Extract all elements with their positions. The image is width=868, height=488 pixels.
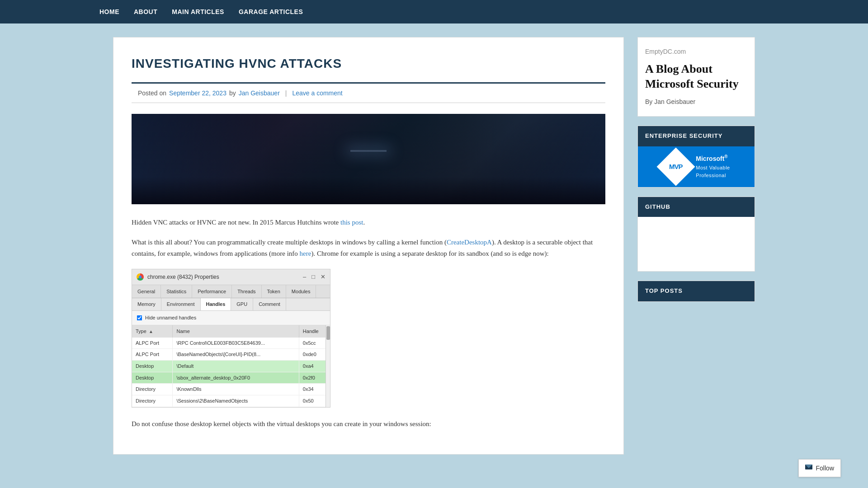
chrome-icon xyxy=(137,273,144,281)
enterprise-security-header: ENTERPRISE SECURITY xyxy=(638,126,755,146)
blog-author: By Jan Geisbauer xyxy=(645,97,747,107)
table-row: Directory \KnownDlls 0x34 xyxy=(132,384,330,395)
follow-label: Follow xyxy=(816,463,834,469)
sidebar-top-posts-card: TOP POSTS xyxy=(637,281,755,302)
follow-svg-icon xyxy=(805,465,812,468)
here-link[interactable]: here xyxy=(300,250,311,257)
ss-subtab-memory[interactable]: Memory xyxy=(132,298,161,310)
body-paragraph-3: Do not confuse those desktop kernel obje… xyxy=(132,418,605,430)
cell-name: \RPC Control\OLE003FB03C5E84639... xyxy=(173,338,299,349)
microsoft-label: Microsoft® xyxy=(696,153,727,164)
hide-unnamed-checkbox[interactable] xyxy=(137,315,142,321)
ss-subtab-handles[interactable]: Handles xyxy=(201,298,231,310)
cell-name: \Default xyxy=(173,360,299,372)
article-date[interactable]: September 22, 2023 xyxy=(169,88,226,98)
cell-name: \KnownDlls xyxy=(173,384,299,395)
follow-button[interactable]: Follow xyxy=(798,459,841,469)
sidebar-blog-card: EmptyDC.com A Blog About Microsoft Secur… xyxy=(637,37,755,117)
ss-subtab-environment[interactable]: Environment xyxy=(161,298,201,310)
ss-titlebar-text: chrome.exe (8432) Properties xyxy=(147,272,219,282)
ss-titlebar-controls[interactable]: – □ ✕ xyxy=(303,272,326,282)
minimize-icon[interactable]: – xyxy=(303,272,306,282)
ss-checkbox-row: Hide unnamed handles xyxy=(132,311,330,325)
scroll-thumb[interactable] xyxy=(326,326,330,340)
nav-main-articles[interactable]: MAIN ARTICLES xyxy=(172,0,224,24)
ss-titlebar-left: chrome.exe (8432) Properties xyxy=(137,272,219,282)
cell-type: Directory xyxy=(132,384,173,395)
table-row-desktop-sbox: Desktop \sbox_alternate_desktop_0x20F0 0… xyxy=(132,372,330,384)
main-nav: HOME ABOUT MAIN ARTICLES GARAGE ARTICLES xyxy=(0,0,868,23)
cell-name: \BaseNamedObjects\[CoreUI]-PID(8... xyxy=(173,349,299,361)
col-name[interactable]: Name xyxy=(173,325,299,338)
table-row: ALPC Port \RPC Control\OLE003FB03C5E8463… xyxy=(132,338,330,349)
mvp-text-block: Microsoft® Most Valuable Professional xyxy=(696,153,730,179)
tunnel-overlay xyxy=(132,114,605,204)
sidebar: EmptyDC.com A Blog About Microsoft Secur… xyxy=(637,37,755,311)
hide-unnamed-label: Hide unnamed handles xyxy=(145,314,196,322)
sidebar-blog-body: EmptyDC.com A Blog About Microsoft Secur… xyxy=(638,38,755,116)
article-body: Hidden VNC attacks or HVNC are not new. … xyxy=(132,217,605,430)
enterprise-security-body: MVP Microsoft® Most Valuable Professiona… xyxy=(638,146,755,187)
scrollbar[interactable] xyxy=(326,325,330,407)
table-row: ALPC Port \BaseNamedObjects\[CoreUI]-PID… xyxy=(132,349,330,361)
ss-sub-tabs: Memory Environment Handles GPU Comment xyxy=(132,298,330,311)
this-post-link[interactable]: this post xyxy=(340,219,363,226)
cell-type: Directory xyxy=(132,395,173,407)
create-desktop-link[interactable]: CreateDesktopA xyxy=(447,239,492,246)
table-row-desktop-default: Desktop \Default 0xa4 xyxy=(132,360,330,372)
follow-icon xyxy=(805,465,812,468)
professional-label: Professional xyxy=(696,172,726,180)
ss-tab-threads[interactable]: Threads xyxy=(232,285,261,298)
cell-name: \sbox_alternate_desktop_0x20F0 xyxy=(173,372,299,384)
ss-tab-modules[interactable]: Modules xyxy=(286,285,316,298)
github-body xyxy=(638,217,755,271)
mvp-diamond: MVP xyxy=(657,147,695,186)
meta-separator: | xyxy=(285,88,287,98)
body-p2-end: ). Chrome for example is using a separat… xyxy=(311,250,548,257)
ss-subtab-gpu[interactable]: GPU xyxy=(231,298,253,310)
main-content-area: INVESTIGATING HVNC ATTACKS Posted on Sep… xyxy=(113,37,624,455)
ss-tab-performance[interactable]: Performance xyxy=(192,285,232,298)
site-name: EmptyDC.com xyxy=(645,47,747,56)
github-header: GITHUB xyxy=(638,197,755,217)
mvp-badge: MVP Microsoft® Most Valuable Professiona… xyxy=(638,146,755,187)
ss-tab-statistics[interactable]: Statistics xyxy=(161,285,192,298)
ss-tab-general[interactable]: General xyxy=(132,285,161,298)
article-author[interactable]: Jan Geisbauer xyxy=(239,88,280,98)
sidebar-enterprise-card: ENTERPRISE SECURITY MVP Microsoft® Most … xyxy=(637,126,755,188)
ss-main-tabs: General Statistics Performance Threads T… xyxy=(132,285,330,299)
cell-name: \Sessions\2\BaseNamedObjects xyxy=(173,395,299,407)
cell-type: ALPC Port xyxy=(132,349,173,361)
body-p1-end: . xyxy=(363,219,365,226)
top-posts-header: TOP POSTS xyxy=(638,281,755,301)
nav-home[interactable]: HOME xyxy=(99,0,119,24)
article-title: INVESTIGATING HVNC ATTACKS xyxy=(132,54,605,74)
most-valuable-label: Most Valuable xyxy=(696,164,730,172)
blog-title: A Blog About Microsoft Security xyxy=(645,62,747,91)
page-wrapper: INVESTIGATING HVNC ATTACKS Posted on Sep… xyxy=(104,23,764,468)
ss-tab-token[interactable]: Token xyxy=(262,285,286,298)
maximize-icon[interactable]: □ xyxy=(311,272,315,282)
registered-symbol: ® xyxy=(724,154,727,159)
by-label: by xyxy=(229,88,236,98)
cell-type: ALPC Port xyxy=(132,338,173,349)
body-paragraph-1: Hidden VNC attacks or HVNC are not new. … xyxy=(132,217,605,229)
ss-subtab-comment[interactable]: Comment xyxy=(253,298,286,310)
nav-about[interactable]: ABOUT xyxy=(134,0,157,24)
hero-image xyxy=(132,114,605,204)
leave-comment-link[interactable]: Leave a comment xyxy=(292,88,342,98)
body-p2-start: What is this all about? You can programm… xyxy=(132,239,447,246)
mvp-label: MVP xyxy=(670,161,683,172)
close-icon[interactable]: ✕ xyxy=(321,272,326,282)
process-screenshot: chrome.exe (8432) Properties – □ ✕ Gener… xyxy=(132,269,330,408)
article-meta-bar: Posted on September 22, 2023 by Jan Geis… xyxy=(132,82,605,103)
nav-garage-articles[interactable]: GARAGE ARTICLES xyxy=(239,0,303,24)
handles-table: Type ▲ Name Handle ALPC Port \RPC Contro… xyxy=(132,325,330,407)
ss-table-container: Type ▲ Name Handle ALPC Port \RPC Contro… xyxy=(132,325,330,407)
col-type[interactable]: Type ▲ xyxy=(132,325,173,338)
cell-type: Desktop xyxy=(132,372,173,384)
table-row: Directory \Sessions\2\BaseNamedObjects 0… xyxy=(132,395,330,407)
posted-on-label: Posted on xyxy=(138,88,166,98)
cell-type: Desktop xyxy=(132,360,173,372)
body-paragraph-2: What is this all about? You can programm… xyxy=(132,237,605,260)
